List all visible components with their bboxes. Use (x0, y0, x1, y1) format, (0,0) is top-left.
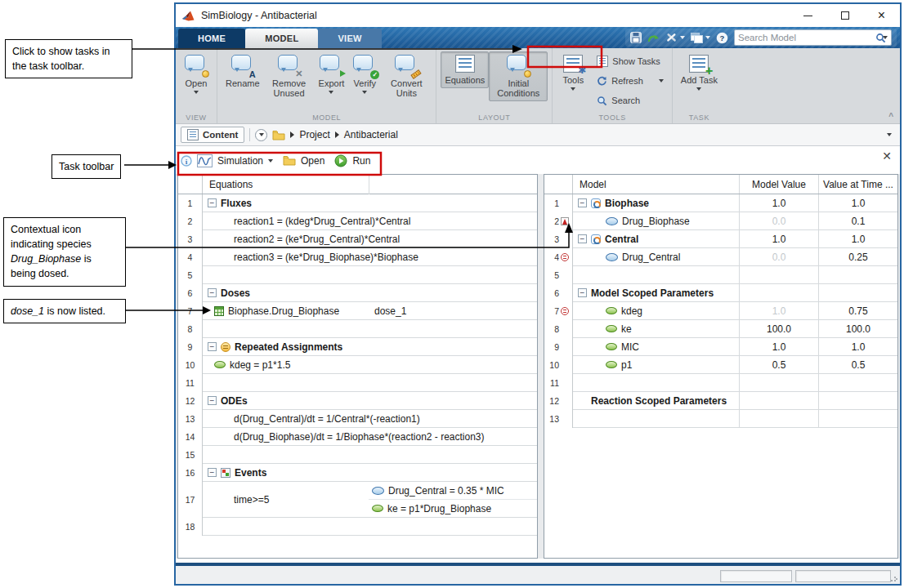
row-number: 14 (178, 428, 203, 446)
equation-row[interactable]: 8 (178, 320, 537, 338)
equation-row[interactable]: 3reaction2 = (ke*Drug_Central)*Central (178, 230, 537, 248)
undo-icon[interactable] (647, 33, 660, 43)
model-row[interactable]: 9MIC1.01.0 (544, 338, 897, 356)
open-button[interactable]: Open (180, 51, 213, 97)
equation-row[interactable]: 6−Doses (178, 284, 537, 302)
model-search-box (734, 29, 892, 46)
run-task-label[interactable]: Run (352, 155, 370, 167)
collapse-toggle[interactable]: − (578, 198, 587, 207)
add-task-button[interactable]: Add Task (677, 51, 722, 94)
info-icon[interactable]: i (181, 155, 192, 167)
equation-row[interactable]: 15 (178, 446, 537, 464)
model-row[interactable]: 6−Model Scoped Parameters (544, 284, 897, 302)
equations-header-label[interactable]: Equations (203, 175, 253, 194)
close-button[interactable]: × (863, 4, 900, 27)
model-row[interactable]: 12Reaction Scoped Parameters (544, 392, 897, 410)
collapse-toggle[interactable]: − (208, 342, 217, 351)
verify-icon: ✓ (352, 55, 377, 76)
breadcrumb-history-dropdown[interactable] (255, 129, 267, 141)
model-row[interactable]: 3−Central1.01.0 (544, 230, 897, 248)
equation-text: reaction2 = (ke*Drug_Central)*Central (234, 234, 400, 245)
export-button[interactable]: Export (315, 51, 349, 97)
resize-grip[interactable] (890, 574, 897, 581)
layout-window-icon[interactable] (691, 33, 703, 43)
equation-row[interactable]: 13d(Drug_Central)/dt = 1/Central*(-react… (178, 410, 537, 428)
layout-dropdown-caret[interactable] (705, 36, 710, 39)
model-row[interactable]: 2Drug_Biophase0.00.1 (544, 212, 897, 230)
parameter-icon (606, 361, 617, 368)
title-bar: SimBiology - Antibacterial × (176, 4, 900, 27)
rename-button[interactable]: A Rename (222, 51, 264, 91)
value-at-time-column-header[interactable]: Value at Time ... (818, 175, 897, 194)
show-tasks-button[interactable]: Show Tasks (593, 51, 668, 71)
initial-conditions-toggle-button[interactable]: Initial Conditions (489, 51, 548, 101)
open-task-folder-icon[interactable] (283, 155, 296, 166)
search-input[interactable] (738, 33, 875, 42)
collapse-toggle[interactable]: − (208, 468, 217, 477)
help-icon[interactable]: ? (716, 32, 728, 44)
tools-icon (563, 55, 583, 73)
equation-row[interactable]: 17time>=5Drug_Central = 0.35 * MICke = p… (178, 482, 537, 518)
collapse-toggle[interactable]: − (578, 234, 587, 243)
collapse-toggle[interactable]: − (208, 288, 217, 297)
model-row[interactable]: 13 (544, 410, 897, 428)
equation-row[interactable]: 16−Events (178, 464, 537, 482)
preferences-tools-icon[interactable] (665, 32, 678, 43)
equation-row[interactable]: 10kdeg = p1*1.5 (178, 356, 537, 374)
tools-button[interactable]: Tools (557, 51, 589, 94)
tab-model[interactable]: MODEL (245, 29, 318, 48)
breadcrumb-dropdown-caret[interactable] (887, 133, 892, 136)
content-button[interactable]: Content (181, 127, 244, 143)
model-row[interactable]: 7kdeg1.00.75 (544, 302, 897, 320)
equation-row[interactable]: 14d(Drug_Biophase)/dt = 1/Biophase*(reac… (178, 428, 537, 446)
save-icon[interactable] (630, 32, 642, 43)
equation-row[interactable]: 9−Repeated Assignments (178, 338, 537, 356)
model-row[interactable]: 10p10.50.5 (544, 356, 897, 374)
close-task-toolbar-icon[interactable]: ✕ (882, 150, 892, 162)
maximize-icon (841, 11, 849, 20)
model-row[interactable]: 5 (544, 266, 897, 284)
row-number: 15 (178, 446, 203, 464)
equation-row[interactable]: 7Biophase.Drug_Biophasedose_1 (178, 302, 537, 320)
breadcrumb-project[interactable]: Project (299, 129, 329, 140)
model-row[interactable]: 8ke100.0100.0 (544, 320, 897, 338)
equation-row[interactable]: 1−Fluxes (178, 194, 537, 212)
equation-row[interactable]: 5 (178, 266, 537, 284)
collapse-toggle[interactable]: − (578, 288, 587, 297)
model-column-header[interactable]: Model (573, 175, 739, 194)
maximize-button[interactable] (826, 4, 863, 27)
remove-unused-button[interactable]: ✕ Remove Unused (264, 51, 315, 101)
model-row[interactable]: 11 (544, 374, 897, 392)
minimize-button[interactable] (790, 4, 826, 27)
collapse-ribbon-icon[interactable]: ^ (888, 112, 893, 121)
simulation-task-icon[interactable] (197, 154, 213, 167)
search-scope-caret[interactable] (883, 36, 888, 39)
species-icon (606, 253, 618, 261)
simulation-dropdown-caret[interactable] (268, 159, 273, 163)
collapse-toggle[interactable]: − (208, 396, 217, 405)
model-row[interactable]: 4Drug_Central0.00.25 (544, 248, 897, 266)
equation-row[interactable]: 11 (178, 374, 537, 392)
collapse-toggle[interactable]: − (208, 198, 217, 207)
convert-units-button[interactable]: Convert Units (381, 51, 432, 101)
equation-row[interactable]: 12−ODEs (178, 392, 537, 410)
equation-row[interactable]: 18 (178, 518, 537, 536)
equations-toggle-button[interactable]: Equations (441, 51, 489, 88)
model-value-column-header[interactable]: Model Value (739, 175, 818, 194)
tab-view[interactable]: VIEW (318, 29, 381, 48)
equation-row[interactable]: 4reaction3 = (ke*Drug_Biophase)*Biophase (178, 248, 537, 266)
ribbon-search-button[interactable]: Search (593, 91, 668, 110)
run-icon[interactable] (334, 154, 347, 167)
tab-home[interactable]: HOME (178, 29, 245, 48)
open-task-label[interactable]: Open (301, 155, 324, 167)
model-row[interactable]: 1−Biophase1.01.0 (544, 194, 897, 212)
equation-row[interactable]: 2reaction1 = (kdeg*Drug_Central)*Central (178, 212, 537, 230)
breadcrumb-antibacterial[interactable]: Antibacterial (344, 129, 398, 140)
refresh-button[interactable]: Refresh (593, 71, 668, 91)
equation-text: reaction1 = (kdeg*Drug_Central)*Central (234, 216, 410, 227)
tools-dropdown-caret[interactable] (680, 36, 685, 39)
value-at-time-cell: 1.0 (818, 230, 897, 248)
simulation-task-label[interactable]: Simulation (217, 155, 263, 167)
event-action-text: Drug_Central = 0.35 * MIC (388, 485, 504, 497)
verify-button[interactable]: ✓ Verify (348, 51, 381, 97)
